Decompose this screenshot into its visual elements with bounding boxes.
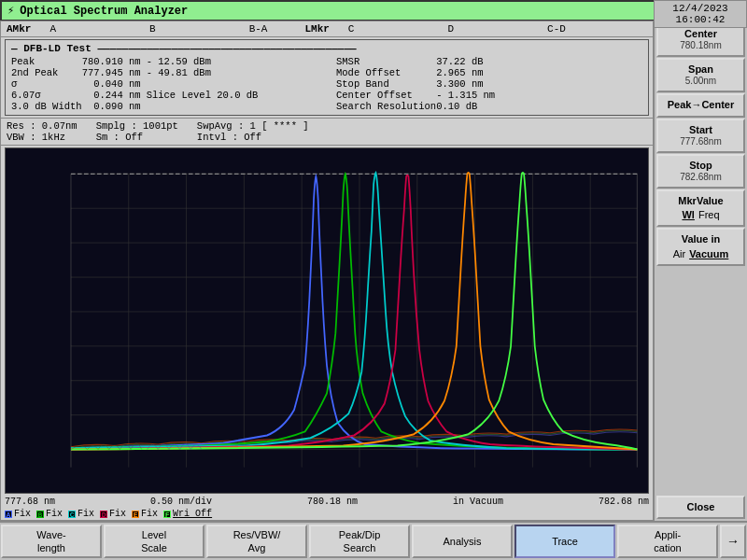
arrow-button[interactable]: → <box>720 525 746 558</box>
right-panel: Center 780.18nm Span 5.00nm Peak→Center … <box>654 21 747 521</box>
wl-option[interactable]: Wl <box>682 209 694 221</box>
sigma-label: σ <box>11 78 82 90</box>
slice-level: Slice Level 20.0 dB <box>143 90 259 101</box>
wavelength-button[interactable]: Wave- length <box>1 525 102 558</box>
trace-e-indicator: E <box>132 511 139 518</box>
wavelength-line1: Wave- <box>36 528 65 541</box>
trace-a-indicator: A <box>5 511 12 518</box>
close-button-right[interactable]: Close <box>656 496 745 519</box>
peakdip-line1: Peak/Dip <box>339 528 381 541</box>
level-scale-button[interactable]: Level Scale <box>104 525 204 558</box>
bw-value: 0.090 nm <box>82 101 143 112</box>
mode-offset-label: Mode Offset <box>336 67 436 78</box>
stop-button[interactable]: Stop 782.68nm <box>656 154 745 189</box>
title-bar: ⚡ Optical Spectrum Analyzer _ □ X <box>0 0 747 21</box>
freq-option[interactable]: Freq <box>698 209 720 221</box>
arrow-icon: → <box>729 534 737 549</box>
peak-value: 780.910 nm <box>82 56 143 67</box>
appli-line1: Appli- <box>655 528 681 541</box>
peakdip-line2: Search <box>344 541 376 554</box>
datetime-panel: 12/4/2023 16:00:42 <box>654 0 747 28</box>
peak-dbm: - 12.59 dBm <box>143 56 259 67</box>
app-title: Optical Spectrum Analyzer <box>20 5 691 18</box>
trace-label: Trace <box>552 535 578 548</box>
trace-f-label: Wri Off <box>173 509 212 519</box>
peak-dip-button[interactable]: Peak/Dip Search <box>309 525 410 558</box>
marker-a-value: A <box>49 23 56 35</box>
osa-panel: AMkr A B B-A LMkr C D C-D — DFB-LD Test … <box>0 21 654 521</box>
intvl-setting: Intvl : Off <box>197 132 309 143</box>
amkr-label: AMkr <box>7 23 31 35</box>
analysis-button[interactable]: Analysis <box>412 525 513 558</box>
trace-b: B Fix <box>36 509 63 519</box>
x-start: 777.68 nm <box>5 497 55 507</box>
close-label: Close <box>660 501 741 513</box>
center-label: Center <box>660 28 741 40</box>
bw-label: 3.0 dB Width <box>11 101 82 112</box>
trace-e: E Fix <box>132 509 158 519</box>
trace-a-label: Fix <box>14 509 31 519</box>
trace-button[interactable]: Trace <box>514 525 615 558</box>
application-button[interactable]: Appli- cation <box>617 525 718 558</box>
second-peak-label: 2nd Peak <box>11 67 82 78</box>
center-offset-label: Center Offset <box>336 90 436 101</box>
span-value: 5.00nm <box>660 76 741 87</box>
marker-c-value: C <box>348 23 355 35</box>
trace-b-indicator: B <box>36 511 44 518</box>
main-layout: AMkr A B B-A LMkr C D C-D — DFB-LD Test … <box>0 21 747 521</box>
time-display: 16:00:42 <box>656 14 744 25</box>
wavelength-line2: length <box>37 541 65 554</box>
level-line2: Scale <box>141 541 167 554</box>
trace-d-label: Fix <box>109 509 126 519</box>
sigma-value: 0.040 nm <box>82 78 143 90</box>
trace-c-label: Fix <box>78 509 94 519</box>
start-button[interactable]: Start 777.68nm <box>656 119 745 153</box>
mkr-value-button[interactable]: MkrValue Wl Freq <box>656 189 745 227</box>
six-sigma-label: 6.07σ <box>11 90 82 101</box>
peak-center-button[interactable]: Peak→Center <box>656 93 745 117</box>
res-line2: Avg <box>248 541 266 554</box>
value-in-button[interactable]: Value in Air Vacuum <box>656 228 745 265</box>
level-line1: Level <box>142 528 166 541</box>
appli-line2: cation <box>654 541 681 554</box>
sm-setting: Sm : Off <box>96 132 178 143</box>
date-display: 12/4/2023 <box>656 3 744 14</box>
air-option[interactable]: Air <box>673 248 685 260</box>
search-res-label: Search Resolution <box>336 101 436 112</box>
start-value: 777.68nm <box>660 136 741 147</box>
trace-labels-row: A Fix B Fix C Fix D Fix E Fix F Wri Off <box>1 508 653 520</box>
x-div: 0.50 nm/div <box>150 497 212 507</box>
trace-c: C Fix <box>68 509 94 519</box>
second-peak-dbm: - 49.81 dBm <box>143 67 259 78</box>
vbw-setting: VBW : 1kHz <box>7 132 78 143</box>
spectrum-graph <box>6 148 648 493</box>
x-unit: in Vacuum <box>453 497 503 507</box>
trace-a: A Fix <box>5 509 31 519</box>
app-icon: ⚡ <box>7 4 14 18</box>
vacuum-option[interactable]: Vacuum <box>689 248 728 260</box>
smsr-value: 37.22 dB <box>436 56 495 67</box>
res-vbw-button[interactable]: Res/VBW/ Avg <box>206 525 307 558</box>
mkr-value-label: MkrValue <box>660 195 741 207</box>
stop-band-value: 3.300 nm <box>436 78 495 90</box>
span-button[interactable]: Span 5.00nm <box>656 58 745 92</box>
peak-center-label: Peak→Center <box>660 99 741 111</box>
dfb-section: — DFB-LD Test ——————————————————————————… <box>5 39 649 116</box>
x-center: 780.18 nm <box>307 497 358 507</box>
marker-row: AMkr A B B-A LMkr C D C-D <box>1 21 653 37</box>
lmkr-label: LMkr <box>304 23 329 35</box>
res-setting: Res : 0.07nm <box>7 120 78 132</box>
search-res-value: 0.10 dB <box>436 101 495 112</box>
six-sigma-value: 0.244 nm <box>82 90 143 101</box>
x-axis-row: 777.68 nm 0.50 nm/div 780.18 nm in Vacuu… <box>1 496 653 508</box>
bottom-bar: Wave- length Level Scale Res/VBW/ Avg Pe… <box>0 521 747 560</box>
trace-d-indicator: D <box>100 511 107 518</box>
marker-d-label: D <box>447 23 454 35</box>
trace-d: D Fix <box>100 509 126 519</box>
center-value: 780.18nm <box>660 40 741 51</box>
value-in-label: Value in <box>660 233 741 245</box>
span-label: Span <box>660 63 741 76</box>
mode-offset-value: 2.965 nm <box>436 67 495 78</box>
trace-b-label: Fix <box>46 509 63 519</box>
swpavg-setting: SwpAvg : 1 [ **** ] <box>197 120 309 132</box>
